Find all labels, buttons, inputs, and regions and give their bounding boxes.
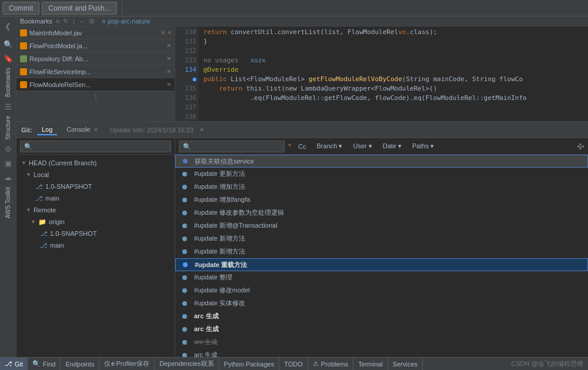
- code-line-override: @Override: [203, 65, 583, 75]
- bookmarks-label[interactable]: Bookmarks: [5, 65, 11, 99]
- image-icon[interactable]: ▣: [2, 157, 15, 170]
- bookmarks-sort1-icon[interactable]: ↕: [72, 18, 75, 25]
- branch-name: 1.0-SNAPSHOT: [50, 230, 96, 237]
- branch-filter-btn[interactable]: Branch ▾: [313, 141, 346, 151]
- editor-area: MainInfoModel.jav ✕ × FlowPointModel.ja.…: [16, 26, 588, 122]
- local-snapshot-item[interactable]: ⎇ 1.0-SNAPSHOT: [16, 181, 175, 192]
- commit-message: #update 增加方法: [194, 182, 245, 191]
- commit-message: arc 生成: [194, 312, 219, 321]
- close-tab-icon[interactable]: ✕: [166, 68, 171, 75]
- commit-message: #update 修改参数为空处理逻辑: [194, 208, 284, 217]
- profiler-status-item[interactable]: 仅⊕Profiler保存: [99, 358, 155, 370]
- file-tab-flowmodule[interactable]: FlowModuleRelSen... ✕: [16, 78, 175, 91]
- dependencies-status-item[interactable]: Dependencies联系: [155, 358, 219, 370]
- bookmarks-menu-icon[interactable]: ≡: [56, 18, 59, 25]
- git-status-icon: ⎇: [5, 360, 12, 368]
- commit-message: #update 更新方法: [194, 169, 245, 178]
- commit-row[interactable]: #update 修改model: [175, 284, 588, 297]
- commit-row[interactable]: #update 更新方法: [175, 168, 588, 181]
- paths-filter-btn[interactable]: Paths ▾: [409, 141, 437, 151]
- bookmarks-sort2-icon[interactable]: ↔: [79, 18, 85, 25]
- problems-status-item[interactable]: ⚠ Problems: [308, 358, 353, 370]
- code-line: return this.list(new LambdaQueryWrapper<…: [203, 84, 583, 94]
- origin-label: origin: [49, 218, 65, 225]
- code-line: .eq(FlowModuleRel::getFlowCode, flowCode…: [203, 94, 583, 103]
- commit-row-highlighted[interactable]: #update 重载方法: [175, 258, 588, 271]
- bookmarks-settings-icon[interactable]: ⚙: [89, 18, 95, 25]
- commit-push-button[interactable]: Commit and Push...: [42, 2, 116, 15]
- remote-branch-item[interactable]: ▼ Remote: [16, 204, 175, 216]
- line-numbers: 130 131 132 133 134 ● 135 136 137 138: [175, 26, 199, 121]
- file-tab-flowfile[interactable]: FlowFileServiceImp... ✕: [16, 65, 175, 78]
- todo-label: TODO: [284, 361, 303, 368]
- commit-search-input[interactable]: [179, 141, 285, 152]
- git-status-item[interactable]: ⎇ Git: [0, 358, 28, 370]
- close-tab-icon[interactable]: ✕: [161, 29, 165, 36]
- python-status-item[interactable]: Python Packages: [219, 358, 280, 370]
- diff-icon: [20, 55, 27, 62]
- find-status-item[interactable]: 🔍 Find: [28, 358, 61, 370]
- chevron-down-icon: ▼: [31, 219, 36, 225]
- git-tab-log[interactable]: Log: [37, 125, 57, 135]
- aws-icon[interactable]: ☁: [2, 171, 15, 184]
- bookmark-item[interactable]: ≡ pop-arc-nature: [98, 16, 154, 26]
- file-tab-maininfo[interactable]: MainInfoModel.jav ✕ ×: [16, 26, 175, 39]
- git-tab-console[interactable]: Console ✕: [62, 125, 102, 135]
- todo-status-item[interactable]: TODO: [279, 358, 308, 370]
- close-tab-icon[interactable]: ✕: [166, 42, 171, 49]
- commit-row[interactable]: arc 生成: [175, 310, 588, 323]
- origin-folder-item[interactable]: ▼ 📁 origin: [16, 216, 175, 228]
- file-tab-label: FlowModuleRelSen...: [29, 81, 91, 88]
- commit-row[interactable]: 获取关联信息service: [175, 155, 588, 168]
- close-info-icon[interactable]: ✕: [199, 126, 204, 133]
- cc-button[interactable]: Cc: [295, 142, 309, 151]
- commit-row[interactable]: #update 修改参数为空处理逻辑: [175, 206, 588, 219]
- pin-icon[interactable]: ⧾: [577, 142, 584, 151]
- file-tab-repodiff[interactable]: Repository Diff: Ab... ✕: [16, 52, 175, 65]
- branch-search-input[interactable]: [20, 141, 171, 152]
- commit-row[interactable]: #update 增加fangfa: [175, 194, 588, 206]
- bookmark-sidebar-icon[interactable]: 🔖: [2, 52, 15, 65]
- chevron-left-icon[interactable]: ❮: [2, 19, 15, 32]
- bookmarks-edit-icon[interactable]: ✎: [63, 18, 68, 25]
- code-line: }: [203, 37, 583, 46]
- terminal-status-item[interactable]: Terminal: [353, 358, 388, 370]
- more-tabs-icon[interactable]: ⋮: [16, 91, 175, 103]
- commit-row[interactable]: #update 新增@Transactional: [175, 219, 588, 232]
- file-tab-flowpoint[interactable]: FlowPointModel.ja... ✕: [16, 39, 175, 52]
- commit-button[interactable]: Commit: [2, 2, 39, 15]
- commit-message: arc 生成: [194, 338, 218, 346]
- commit-row[interactable]: #update 整理: [175, 271, 588, 284]
- aws-label[interactable]: AWS Toolkit: [5, 185, 11, 221]
- close-console-icon[interactable]: ✕: [93, 126, 98, 133]
- search-sidebar-icon[interactable]: 🔍: [2, 38, 15, 51]
- close-tab-icon[interactable]: ✕: [166, 55, 171, 62]
- commit-row[interactable]: arc 生成: [175, 336, 588, 349]
- endpoints-status-item[interactable]: Endpoints: [61, 358, 99, 370]
- commit-message: #update 新增方法: [194, 247, 245, 256]
- services-status-item[interactable]: Services: [388, 358, 423, 370]
- commit-row[interactable]: #update 增加方法: [175, 181, 588, 194]
- commit-row[interactable]: #update 实体修改: [175, 297, 588, 310]
- local-branch-item[interactable]: ▼ Local: [16, 169, 175, 181]
- top-toolbar: Commit Commit and Push...: [0, 0, 588, 16]
- user-filter-btn[interactable]: User ▾: [349, 141, 375, 151]
- structure-icon[interactable]: ☰: [2, 100, 15, 113]
- asterisk-icon: *: [288, 142, 291, 151]
- structure-label[interactable]: Structure: [5, 114, 11, 142]
- branch-icon: ⎇: [40, 230, 48, 238]
- close-tab-icon[interactable]: ✕: [166, 81, 171, 88]
- settings-icon[interactable]: ⚙: [2, 143, 15, 156]
- commit-row[interactable]: #update 新增方法: [175, 232, 588, 245]
- remote-main-item[interactable]: ⎇ main: [16, 239, 175, 251]
- java-icon: [20, 42, 27, 49]
- head-branch-item[interactable]: ▼ HEAD (Current Branch): [16, 157, 175, 169]
- chevron-down-icon: ▼: [21, 160, 26, 166]
- remote-snapshot-item[interactable]: ⎇ 1.0-SNAPSHOT: [16, 228, 175, 239]
- main-layout: ❮ 🔍 🔖 Bookmarks ☰ Structure ⚙ ▣ ☁ AWS To…: [0, 16, 588, 370]
- commit-row[interactable]: arc 生成: [175, 323, 588, 336]
- date-filter-btn[interactable]: Date ▾: [379, 141, 405, 151]
- commit-row[interactable]: #update 新增方法: [175, 245, 588, 258]
- java-icon: [20, 81, 27, 88]
- local-main-item[interactable]: ⎇ main: [16, 192, 175, 204]
